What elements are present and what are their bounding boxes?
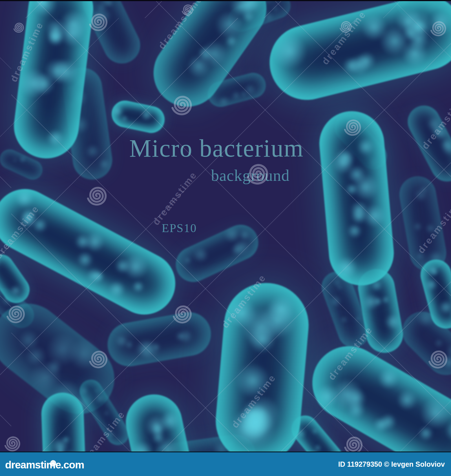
bacterium xyxy=(41,392,86,451)
image-credit: ID 119279350 © Ievgen Soloviov xyxy=(338,460,445,468)
bacterium-spot xyxy=(231,90,242,101)
illustration: Micro bacterium background EPS10 dreamst… xyxy=(0,0,451,451)
eps-label: EPS10 xyxy=(162,221,197,235)
bacterium-spot xyxy=(121,115,128,122)
bacterium-spot xyxy=(328,293,344,310)
bacterium-spot xyxy=(268,30,311,73)
bacterium-spot xyxy=(29,0,59,18)
main-title: Micro bacterium xyxy=(129,134,304,163)
logo-spiral-icon xyxy=(50,460,56,466)
bacterium-spot xyxy=(393,386,421,414)
bacterium xyxy=(104,309,214,370)
watermark-spiral-icon xyxy=(89,349,109,369)
bacterium-spot xyxy=(98,158,110,170)
watermark-spiral-icon xyxy=(4,435,21,451)
watermark-spiral-icon xyxy=(171,94,193,116)
bacterium-spot xyxy=(129,439,156,451)
bacterium-spot xyxy=(85,143,101,159)
bacterium-spot xyxy=(311,428,319,435)
watermark-text: dreamstime xyxy=(151,169,199,227)
dreamstime-logo: dreamstime.com xyxy=(5,459,84,471)
bacterium xyxy=(109,98,167,135)
bacterium-spot xyxy=(340,315,349,324)
bacterium-spot xyxy=(383,312,403,332)
watermark-spiral-icon xyxy=(89,12,109,32)
bacterium xyxy=(170,219,264,288)
bacterium-spot xyxy=(354,315,362,322)
bacterium-spot xyxy=(83,265,105,287)
watermark-spiral-icon xyxy=(428,349,448,369)
bacterium-spot xyxy=(356,137,375,157)
logo-text: dreamstime.com xyxy=(5,459,84,471)
bacterium xyxy=(212,279,312,451)
bacterium xyxy=(140,0,280,120)
watermark-spiral-icon xyxy=(13,22,25,33)
watermark-spiral-icon xyxy=(344,435,364,451)
watermark-spiral-icon xyxy=(6,304,26,324)
bacterium-spot xyxy=(105,278,128,301)
bacterium-spot xyxy=(118,249,153,284)
bacterium-spot xyxy=(432,447,451,451)
watermark-spiral-icon xyxy=(246,162,269,185)
bacterium-spot xyxy=(130,278,147,295)
bacterium-spot xyxy=(191,244,211,265)
bacterium-spot xyxy=(374,364,403,393)
watermark-spiral-icon xyxy=(344,118,362,136)
bacterium-spot xyxy=(12,157,18,163)
bacterium-spot xyxy=(183,255,192,265)
footer-bar: dreamstime.com ID 119279350 © Ievgen Sol… xyxy=(0,451,451,476)
bacterium-spot xyxy=(111,104,125,118)
bacterium-spot xyxy=(361,292,381,312)
watermark-spiral-icon xyxy=(87,185,108,206)
stock-image-preview: Micro bacterium background EPS10 dreamst… xyxy=(0,0,451,476)
watermark-spiral-icon xyxy=(173,304,193,324)
bacterium-spot xyxy=(381,295,390,304)
bacterium-spot xyxy=(412,221,423,232)
bacterium xyxy=(121,389,195,451)
bacterium-spot xyxy=(46,128,65,148)
bacterium-spot xyxy=(92,391,107,406)
bacterium-spot xyxy=(346,223,363,239)
bacterium-spot xyxy=(433,337,445,349)
bacterium-spot xyxy=(8,283,23,298)
bacterium-spot xyxy=(424,277,439,292)
bacterium-spot xyxy=(140,108,154,122)
bacterium-spot xyxy=(103,410,110,417)
bacterium-spot xyxy=(437,298,451,316)
bacterium-spot xyxy=(218,95,230,108)
bacterium-spot xyxy=(313,443,322,451)
watermark-spiral-icon xyxy=(430,20,447,37)
bacterium-spot xyxy=(272,5,279,12)
